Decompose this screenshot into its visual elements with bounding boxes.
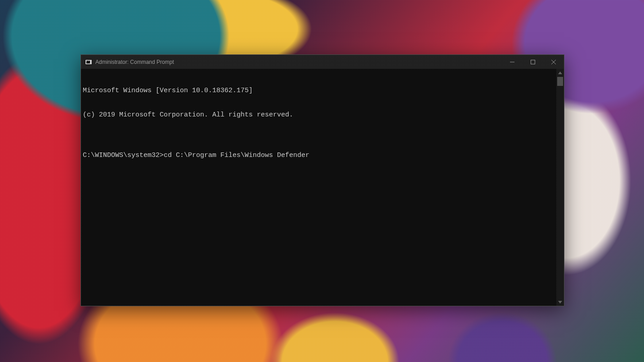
close-icon (551, 60, 556, 64)
scroll-down-button[interactable] (556, 298, 564, 306)
titlebar[interactable]: Administrator: Command Prompt (81, 55, 564, 69)
chevron-up-icon (558, 72, 562, 74)
scroll-up-button[interactable] (556, 69, 564, 76)
minimize-icon (510, 60, 514, 64)
scroll-thumb[interactable] (557, 77, 563, 86)
console-line: Microsoft Windows [Version 10.0.18362.17… (83, 87, 556, 95)
maximize-icon (531, 60, 535, 64)
minimize-button[interactable] (502, 55, 523, 69)
client-area: Microsoft Windows [Version 10.0.18362.17… (81, 69, 564, 306)
maximize-button[interactable] (523, 55, 543, 69)
chevron-down-icon (558, 301, 562, 304)
svg-rect-0 (510, 62, 514, 62)
cmd-icon (85, 59, 92, 65)
console-output[interactable]: Microsoft Windows [Version 10.0.18362.17… (81, 69, 556, 306)
svg-rect-1 (531, 60, 535, 64)
command-prompt-window: Administrator: Command Prompt Microso (80, 54, 564, 306)
console-line: (c) 2019 Microsoft Corporation. All righ… (83, 111, 556, 119)
close-button[interactable] (543, 55, 564, 69)
vertical-scrollbar[interactable] (556, 69, 564, 306)
console-line: C:\WINDOWS\system32>cd C:\Program Files\… (83, 152, 556, 160)
desktop-wallpaper: Administrator: Command Prompt Microso (0, 0, 644, 362)
window-title: Administrator: Command Prompt (95, 59, 174, 65)
